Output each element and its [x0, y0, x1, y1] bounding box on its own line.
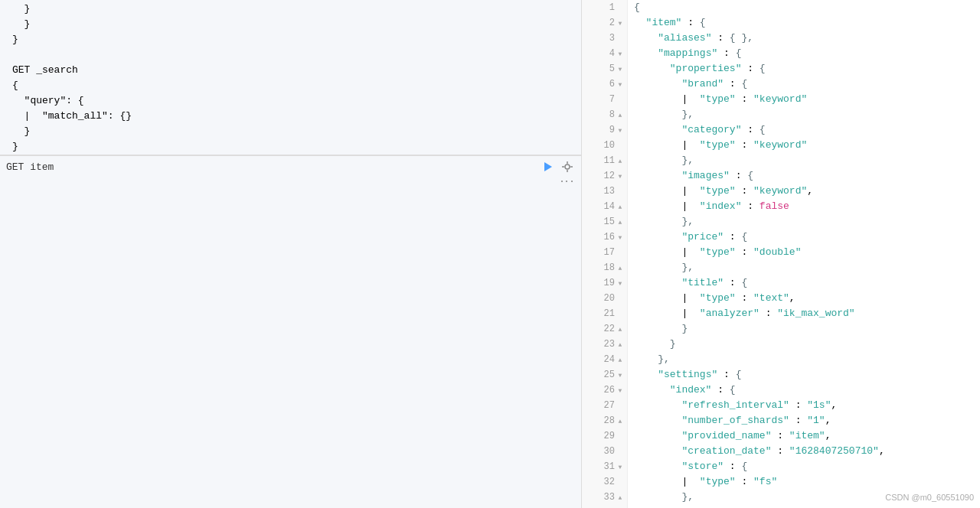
code-r-13: | "type" : "keyword", [628, 184, 980, 199]
code-r-25: "settings" : { [628, 367, 980, 383]
line-num-23: 23▲ [582, 337, 627, 352]
wrench-button[interactable] [560, 159, 575, 174]
line-num-3: 3 [582, 31, 627, 46]
code-line-query: "query": { [0, 93, 581, 109]
code-r-10: | "type" : "keyword" [628, 138, 980, 153]
code-r-15: }, [628, 214, 980, 230]
line-num-4: 4▼ [582, 46, 627, 61]
input-actions [540, 159, 575, 174]
line-num-9: 9▼ [582, 122, 627, 138]
line-numbers: 1 2▼ 3 4▼ 5▼ 6▼ 7 8▲ 9▼ 10 11▲ 12▼ 13 14… [582, 0, 628, 508]
line-num-17: 17 [582, 245, 627, 260]
left-panel: } } } GET _search { "query": { | "match_… [0, 0, 582, 508]
code-line-2: } [0, 17, 581, 32]
code-r-14: | "index" : false [628, 199, 980, 214]
line-num-26: 26▼ [582, 383, 627, 398]
input-line[interactable]: GET item [0, 155, 581, 177]
code-r-21: | "analyzer" : "ik_max_word" [628, 306, 980, 321]
code-r-26: "index" : { [628, 383, 980, 398]
line-num-27: 27 [582, 398, 627, 413]
code-r-19: "title" : { [628, 275, 980, 291]
line-num-19: 19▼ [582, 275, 627, 291]
line-num-29: 29 [582, 428, 627, 444]
code-r-31: "store" : { [628, 459, 980, 474]
code-r-20: | "type" : "text", [628, 291, 980, 306]
line-num-8: 8▲ [582, 107, 627, 122]
code-area: { "item" : { "aliases" : { }, "mappings"… [628, 0, 980, 508]
code-r-16: "price" : { [628, 230, 980, 245]
code-r-7: | "type" : "keyword" [628, 92, 980, 107]
line-num-30: 30 [582, 444, 627, 459]
code-line-3: } [0, 32, 581, 47]
line-numbers-area: 1 2▼ 3 4▼ 5▼ 6▼ 7 8▲ 9▼ 10 11▲ 12▼ 13 14… [582, 0, 980, 508]
run-button[interactable] [540, 159, 555, 174]
code-r-12: "images" : { [628, 168, 980, 184]
code-line-blank [0, 47, 581, 63]
code-r-28: "number_of_shards" : "1", [628, 413, 980, 428]
line-num-7: 7 [582, 92, 627, 107]
svg-point-1 [565, 164, 570, 169]
line-num-5: 5▼ [582, 61, 627, 77]
line-num-15: 15▲ [582, 214, 627, 230]
code-r-24: }, [628, 352, 980, 367]
line-num-33: 33▲ [582, 490, 627, 505]
line-num-22: 22▲ [582, 321, 627, 337]
code-line-open-brace: { [0, 78, 581, 93]
code-line-close-main: } [0, 139, 581, 155]
get-item-input[interactable]: GET item [6, 161, 540, 173]
line-num-21: 21 [582, 306, 627, 321]
line-num-12: 12▼ [582, 168, 627, 184]
line-num-28: 28▲ [582, 413, 627, 428]
line-num-18: 18▲ [582, 260, 627, 275]
svg-marker-0 [544, 162, 552, 171]
line-num-2: 2▼ [582, 15, 627, 31]
code-r-2: "item" : { [628, 15, 980, 31]
line-num-24: 24▲ [582, 352, 627, 367]
code-r-32: | "type" : "fs" [628, 474, 980, 490]
line-num-14: 14▲ [582, 199, 627, 214]
code-r-22: } [628, 321, 980, 337]
watermark: CSDN @m0_60551090 [885, 493, 974, 502]
code-r-4: "mappings" : { [628, 46, 980, 61]
code-r-29: "provided_name" : "item", [628, 428, 980, 444]
code-r-17: | "type" : "double" [628, 245, 980, 260]
right-panel: 1 2▼ 3 4▼ 5▼ 6▼ 7 8▲ 9▼ 10 11▲ 12▼ 13 14… [582, 0, 980, 508]
line-num-1: 1 [582, 0, 627, 15]
code-r-1: { [628, 0, 980, 15]
code-line-1: } [0, 2, 581, 17]
code-r-8: }, [628, 107, 980, 122]
line-num-32: 32 [582, 474, 627, 490]
line-num-16: 16▼ [582, 230, 627, 245]
code-r-27: "refresh_interval" : "1s", [628, 398, 980, 413]
code-r-11: }, [628, 153, 980, 168]
code-line-get-search: GET _search [0, 63, 581, 78]
three-dots[interactable]: ⋮ [559, 174, 575, 190]
code-line-match-all: | "match_all": {} [0, 109, 581, 124]
code-r-9: "category" : { [628, 122, 980, 138]
code-r-6: "brand" : { [628, 77, 980, 92]
line-num-6: 6▼ [582, 77, 627, 92]
line-num-25: 25▼ [582, 367, 627, 383]
line-num-11: 11▲ [582, 153, 627, 168]
code-r-23: } [628, 337, 980, 352]
line-num-20: 20 [582, 291, 627, 306]
code-r-5: "properties" : { [628, 61, 980, 77]
code-line-close-query: } [0, 124, 581, 139]
code-r-18: }, [628, 260, 980, 275]
line-num-13: 13 [582, 184, 627, 199]
left-code-block: } } } GET _search { "query": { | "match_… [0, 0, 581, 155]
code-r-3: "aliases" : { }, [628, 31, 980, 46]
line-num-10: 10 [582, 138, 627, 153]
code-r-30: "creation_date" : "1628407250710", [628, 444, 980, 459]
line-num-31: 31▼ [582, 459, 627, 474]
